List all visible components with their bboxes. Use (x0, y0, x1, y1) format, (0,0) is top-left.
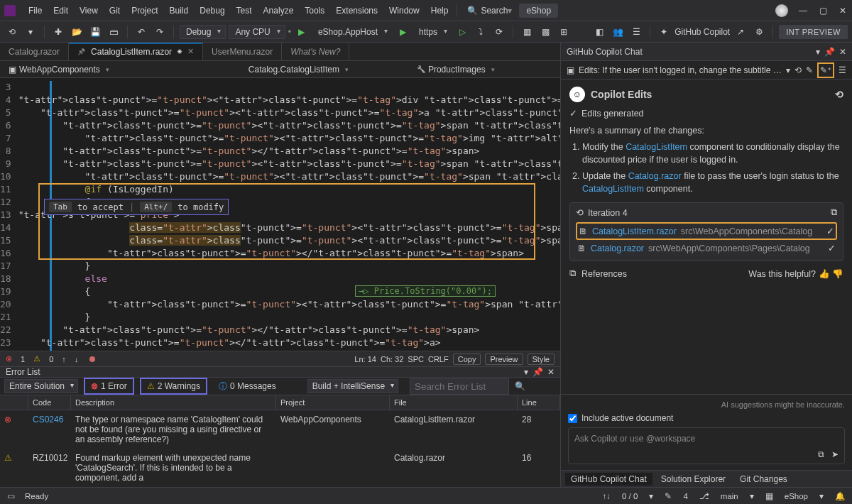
menu-tools[interactable]: Tools (299, 3, 330, 18)
inline-suggestion[interactable]: →▷ Price.ToString("0.00"); (355, 285, 496, 297)
include-doc-input[interactable] (568, 414, 577, 423)
cursor-col[interactable]: Ch: 32 (381, 355, 403, 363)
indent-mode[interactable]: SPC (408, 355, 424, 363)
status-branch[interactable]: main (721, 492, 738, 500)
menu-view[interactable]: View (74, 3, 104, 18)
copy-iteration-icon[interactable]: ⧉ (831, 207, 837, 218)
warnings-filter[interactable]: ⚠2 Warnings (140, 378, 207, 395)
thread-menu-icon[interactable]: ⟲ (835, 89, 843, 100)
references-icon[interactable]: ⧉ (569, 268, 576, 279)
save-icon[interactable]: 💾 (87, 24, 103, 40)
include-doc-checkbox[interactable]: Include active document (568, 413, 845, 423)
quick-search[interactable]: 🔍 Search ▾ (467, 6, 512, 16)
messages-filter[interactable]: ⓘ0 Messages (213, 378, 282, 395)
preview-button[interactable]: Preview (485, 354, 523, 365)
send-icon[interactable]: ➤ (831, 449, 839, 459)
tab-close-icon[interactable]: ✕ (187, 47, 194, 56)
copilot-link[interactable]: CatalogListItem (582, 184, 644, 194)
error-search-input[interactable] (410, 378, 509, 395)
breadcrumb-project[interactable]: ▣WebAppComponents (6, 65, 109, 75)
pane-tab-solution-explorer[interactable]: Solution Explorer (655, 473, 731, 486)
feedback-icon[interactable]: ☰ (628, 24, 644, 40)
iteration-file-row[interactable]: 🗎 CatalogListItem.razor src\WebAppCompon… (576, 222, 837, 240)
build-filter-dropdown[interactable]: Build + IntelliSense (307, 379, 398, 393)
copilot-link[interactable]: Catalog.razor (628, 171, 682, 181)
new-item-icon[interactable]: ✚ (50, 24, 66, 40)
panel-dropdown-icon[interactable]: ▾ (524, 367, 528, 377)
tool-icon-1[interactable]: ▦ (519, 24, 535, 40)
nav-arrows-icon[interactable]: ↑↓ (603, 492, 611, 500)
pane-tab-copilot[interactable]: GitHub Copilot Chat (565, 473, 652, 486)
undo-icon[interactable]: ↶ (133, 24, 149, 40)
menu-debug[interactable]: Debug (194, 3, 230, 18)
redo-icon[interactable]: ↷ (152, 24, 168, 40)
list-icon[interactable]: ☰ (839, 65, 846, 75)
layout-icon[interactable]: ◧ (591, 24, 607, 40)
code-editor[interactable]: 345678910111213141516171819202122232425 … (0, 78, 560, 351)
nav-up-icon[interactable]: ↑ (62, 355, 66, 363)
errors-filter[interactable]: ⊗1 Error (84, 378, 134, 395)
config-dropdown[interactable]: Debug (180, 25, 226, 39)
thumbs-up-icon[interactable]: 👍 (819, 269, 830, 279)
window-maximize[interactable]: ▢ (818, 6, 828, 16)
settings-icon[interactable]: ⚙ (751, 24, 767, 40)
tool-icon-2[interactable]: ▩ (537, 24, 553, 40)
error-icon[interactable]: ⊗ (6, 354, 12, 363)
cycle-icon[interactable]: ⟲ (794, 65, 802, 75)
run-icon[interactable]: ▶ (395, 24, 410, 40)
pane-close-icon[interactable]: ✕ (839, 47, 846, 57)
thumbs-down-icon[interactable]: 👎 (832, 269, 843, 279)
tool-icon-3[interactable]: ⊞ (556, 24, 572, 40)
share-icon[interactable]: ↗ (733, 24, 748, 40)
window-minimize[interactable]: — (798, 6, 808, 16)
nav-back-icon[interactable]: ⟲ (4, 24, 20, 40)
error-count[interactable]: 1 (21, 355, 25, 363)
chat-input[interactable]: Ask Copilot or use @workspace ⧉ ➤ (568, 427, 845, 464)
tab-usermenu[interactable]: UserMenu.razor (203, 43, 282, 60)
iteration-file-row[interactable]: 🗎 Catalog.razor src\WebApp\Components\Pa… (576, 240, 837, 256)
copilot-toolbar-button[interactable]: GitHub Copilot (674, 27, 730, 37)
save-all-icon[interactable]: 🗃 (106, 24, 121, 40)
status-repo[interactable]: eShop (785, 492, 808, 500)
tab-whatsnew[interactable]: What's New? (282, 43, 349, 60)
menu-help[interactable]: Help (425, 3, 454, 18)
menu-test[interactable]: Test (231, 3, 258, 18)
user-avatar[interactable] (775, 4, 788, 17)
startup-project-dropdown[interactable]: eShop.AppHost (312, 26, 392, 38)
step-icon[interactable]: ⤵ (473, 24, 488, 40)
run-nodebug-icon[interactable]: ▷ (454, 24, 470, 40)
breadcrumb-member[interactable]: ProductImages (417, 65, 495, 75)
hot-reload-icon[interactable]: ⟳ (491, 24, 507, 40)
output-icon[interactable]: ▭ (7, 491, 15, 501)
tab-pin-icon[interactable]: ⁕ (176, 47, 183, 57)
open-icon[interactable]: 📂 (69, 24, 84, 40)
pencil-icon[interactable]: ✎ (665, 491, 672, 501)
live-share-icon[interactable]: 👥 (610, 24, 626, 40)
branch-icon[interactable]: ⎇ (699, 491, 709, 501)
search-go-icon[interactable]: 🔍 (515, 381, 525, 391)
panel-close-icon[interactable]: ✕ (547, 367, 555, 377)
status-nav[interactable]: 0 / 0 (622, 492, 638, 500)
warning-count[interactable]: 0 (49, 355, 53, 363)
pane-dropdown-icon[interactable]: ▾ (816, 47, 820, 57)
start-icon[interactable]: ▶ (294, 24, 310, 40)
menu-analyze[interactable]: Analyze (258, 3, 300, 18)
pane-pin-icon[interactable]: 📌 (824, 47, 835, 57)
menu-build[interactable]: Build (164, 3, 195, 18)
menu-project[interactable]: Project (126, 3, 163, 18)
copilot-link[interactable]: CatalogListItem (626, 142, 687, 152)
toggle-edits-icon[interactable]: ✎⁺ (817, 62, 834, 78)
window-close[interactable]: ✕ (838, 6, 848, 16)
nav-dd-icon[interactable]: ▾ (23, 24, 38, 40)
platform-dropdown[interactable]: Any CPU (229, 25, 285, 39)
status-changes[interactable]: 4 (683, 492, 687, 500)
pane-tab-git-changes[interactable]: Git Changes (734, 473, 793, 486)
menu-extensions[interactable]: Extensions (330, 3, 383, 18)
panel-pin-icon[interactable]: 📌 (532, 367, 543, 377)
warning-row[interactable]: ⚠ RZ10012 Found markup element with unex… (0, 449, 560, 487)
scope-dropdown[interactable]: Entire Solution (4, 379, 78, 393)
tab-cataloglistitem[interactable]: CatalogListItem.razor⁕✕ (69, 43, 203, 60)
launch-profile-dropdown[interactable]: https (413, 26, 452, 38)
style-button[interactable]: Style (528, 354, 555, 365)
references-label[interactable]: References (581, 269, 627, 279)
